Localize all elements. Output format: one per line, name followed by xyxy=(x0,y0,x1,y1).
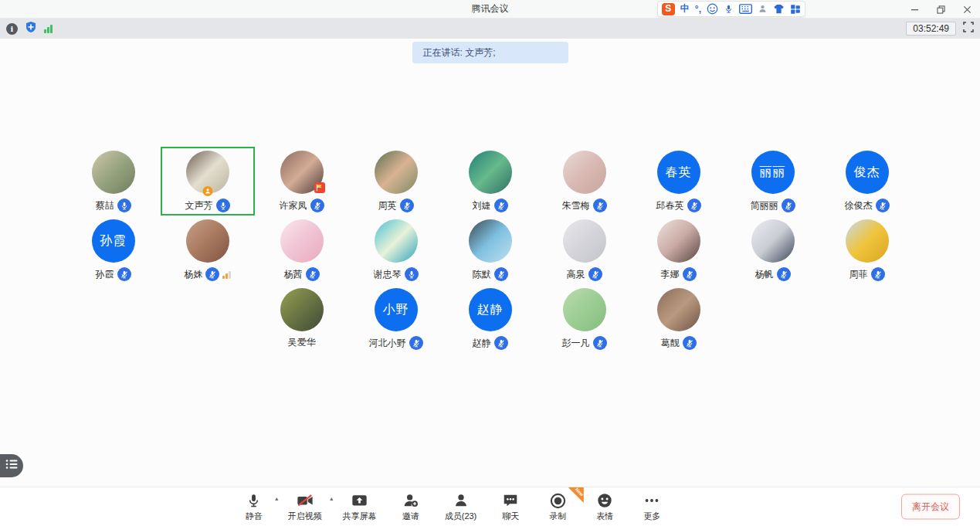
participant-row: 吴爱华小野河北小野赵静赵静彭一凡葛靓 xyxy=(255,284,726,353)
avatar xyxy=(186,219,229,263)
avatar: 孙霞 xyxy=(92,219,135,263)
participant-name: 文声芳 xyxy=(185,199,213,212)
sogou-s: S xyxy=(662,3,675,15)
avatar-initials: 春英 xyxy=(657,151,700,194)
toolbar-chat-button[interactable]: 聊天 xyxy=(497,491,524,522)
toolbar-video-button[interactable]: 开启视频▲ xyxy=(288,491,322,522)
ime-toolbar[interactable]: S中°, xyxy=(657,1,805,17)
participant-cell[interactable]: 杨帆 xyxy=(726,215,820,284)
tencent-meeting-window: 腾讯会议 S中°, i 03:52:49 正在讲话: 文声芳; 蔡喆文声芳许家凤… xyxy=(0,0,980,526)
toolbar-mute-button[interactable]: 静音▲ xyxy=(241,491,267,522)
toolbar-emoji-button[interactable]: 表情 xyxy=(592,491,618,522)
participant-cell[interactable]: 朱雪梅 xyxy=(537,147,632,215)
toolbar-record-button[interactable]: New录制 xyxy=(544,491,571,522)
participant-cell[interactable]: 周英 xyxy=(349,147,443,215)
participant-name: 朱雪梅 xyxy=(562,199,590,212)
participant-cell[interactable]: 孙霞孙霞 xyxy=(66,215,161,284)
skin-icon[interactable] xyxy=(773,3,785,15)
participant-cell[interactable]: 李娜 xyxy=(632,215,726,284)
participant-cell[interactable]: 俊杰徐俊杰 xyxy=(820,147,914,215)
keyboard-icon[interactable] xyxy=(739,3,752,15)
participant-cell[interactable]: 吴爱华 xyxy=(255,284,349,353)
toolbar-invite-button[interactable]: 邀请 xyxy=(398,491,424,522)
participant-cell[interactable]: 文声芳 xyxy=(161,147,255,215)
toolbar-members-button[interactable]: 成员(23) xyxy=(445,491,477,522)
sogou-logo-icon[interactable]: S xyxy=(662,3,675,15)
ime-mode-toggle[interactable]: 中 xyxy=(680,3,690,15)
avatar xyxy=(280,151,324,194)
mic-muted-icon xyxy=(588,267,602,281)
toolbar-label: 邀请 xyxy=(402,511,419,522)
avatar: 丽丽 xyxy=(751,151,795,194)
avatar: 赵静 xyxy=(469,288,512,331)
mic-muted-icon xyxy=(310,199,324,212)
participant-name-row: 李娜 xyxy=(661,267,697,281)
participant-cell[interactable]: 小野河北小野 xyxy=(349,284,443,353)
participant-cell[interactable]: 丽丽简丽丽 xyxy=(726,147,820,215)
mic-muted-icon xyxy=(205,267,219,281)
toolbar-more-button[interactable]: 更多 xyxy=(639,491,665,522)
network-signal-icon[interactable] xyxy=(44,24,53,33)
participant-name: 彭一凡 xyxy=(562,337,590,350)
participant-cell[interactable]: 高泉 xyxy=(537,215,632,284)
caret-up-icon[interactable]: ▲ xyxy=(329,496,334,501)
meeting-timer: 03:52:49 xyxy=(906,22,956,36)
participant-cell[interactable]: 杨茜 xyxy=(255,215,349,284)
person-icon[interactable] xyxy=(758,3,768,15)
avatar xyxy=(92,151,135,194)
avatar xyxy=(846,219,889,263)
fullscreen-icon[interactable] xyxy=(963,22,974,36)
participant-name: 吴爱华 xyxy=(288,336,316,349)
security-shield-icon[interactable] xyxy=(25,21,37,36)
avatar-initials: 孙霞 xyxy=(92,219,135,263)
participant-grid: 蔡喆文声芳许家凤周英刘婕朱雪梅春英邱春英丽丽简丽丽俊杰徐俊杰孙霞孙霞杨姝杨茜谢忠… xyxy=(0,147,980,353)
caret-up-icon[interactable]: ▲ xyxy=(274,496,280,501)
participant-cell[interactable]: 杨姝 xyxy=(161,215,255,284)
toolbar-share-button[interactable]: 共享屏幕 xyxy=(343,491,377,522)
mic-on-icon xyxy=(117,199,131,212)
participant-cell[interactable]: 蔡喆 xyxy=(66,147,161,215)
participant-name: 徐俊杰 xyxy=(845,199,873,212)
participant-cell[interactable]: 赵静赵静 xyxy=(443,284,537,353)
participant-cell[interactable]: 彭一凡 xyxy=(537,284,632,353)
participant-name: 简丽丽 xyxy=(751,199,778,212)
toolbar-label: 更多 xyxy=(643,511,660,522)
minimize-button[interactable] xyxy=(901,0,927,19)
participant-name-row: 彭一凡 xyxy=(562,336,607,350)
participant-name: 杨茜 xyxy=(284,268,303,281)
participant-cell[interactable]: 春英邱春英 xyxy=(632,147,726,215)
meeting-info-icon[interactable]: i xyxy=(6,23,18,35)
participant-cell[interactable]: 葛靓 xyxy=(632,284,726,353)
participant-name: 杨帆 xyxy=(755,268,774,281)
participant-name-row: 刘婕 xyxy=(473,199,508,212)
mic-muted-icon xyxy=(683,336,697,350)
meeting-main-area: 正在讲话: 文声芳; 蔡喆文声芳许家凤周英刘婕朱雪梅春英邱春英丽丽简丽丽俊杰徐俊… xyxy=(0,39,980,487)
close-button[interactable] xyxy=(954,0,980,19)
participant-cell[interactable]: 周菲 xyxy=(820,215,914,284)
toolbar-label: 录制 xyxy=(549,511,566,522)
avatar: 俊杰 xyxy=(846,151,889,194)
participant-name: 周英 xyxy=(378,199,397,212)
avatar xyxy=(563,151,606,194)
meeting-agenda-toggle[interactable] xyxy=(0,454,23,477)
mic-icon[interactable] xyxy=(724,3,734,15)
mic-muted-icon xyxy=(683,267,697,281)
participant-cell[interactable]: 谢忠琴 xyxy=(349,215,443,284)
toolbar-label: 共享屏幕 xyxy=(343,511,377,522)
participant-cell[interactable]: 许家凤 xyxy=(255,147,349,215)
participant-cell[interactable]: 刘婕 xyxy=(443,147,537,215)
participant-cell[interactable]: 陈默 xyxy=(443,215,537,284)
ime-punct-toggle[interactable]: °, xyxy=(695,3,701,15)
restore-button[interactable] xyxy=(927,0,954,19)
toolbox-icon[interactable] xyxy=(790,3,801,15)
participant-name-row: 高泉 xyxy=(567,267,602,281)
leave-meeting-button[interactable]: 离开会议 xyxy=(901,494,960,520)
meeting-statusbar: i 03:52:49 xyxy=(0,19,980,39)
avatar xyxy=(563,219,606,263)
toolbar-label: 成员(23) xyxy=(445,511,477,522)
emoji-icon[interactable] xyxy=(707,3,718,15)
toolbar-items: 静音▲开启视频▲共享屏幕邀请成员(23)聊天New录制表情更多 xyxy=(241,491,666,522)
avatar xyxy=(375,219,418,263)
toolbar-label: 聊天 xyxy=(502,511,519,522)
statusbar-left: i xyxy=(6,21,53,36)
